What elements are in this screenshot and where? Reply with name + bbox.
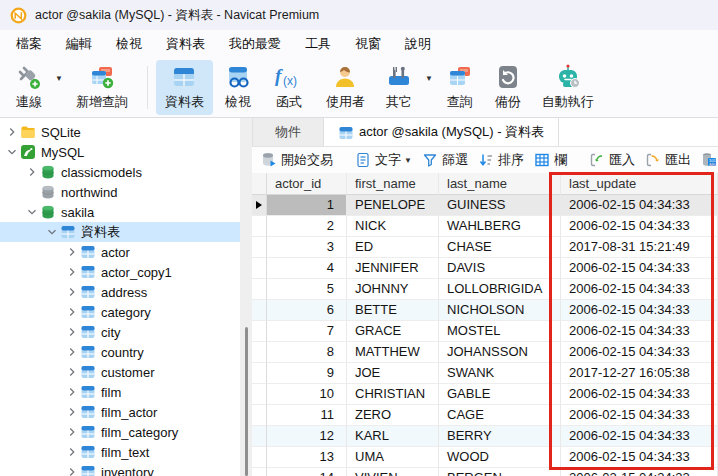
chevron-collapsed-icon[interactable] <box>64 464 80 476</box>
chevron-collapsed-icon[interactable] <box>64 424 80 440</box>
cell-actor_id[interactable]: 10 <box>267 384 347 405</box>
table-row-13[interactable]: 13UMAWOOD2006-02-15 04:34:33 <box>252 447 718 468</box>
toolbar-button-10[interactable]: 自動執行 <box>533 60 603 115</box>
cell-last_name[interactable]: NICHOLSON <box>439 300 561 321</box>
sidebar-item-MySQL[interactable]: MySQL <box>0 142 240 162</box>
table-toolbar-button-2[interactable]: 文字▼ <box>350 149 417 171</box>
chevron-expanded-icon[interactable] <box>44 224 60 240</box>
cell-last_update[interactable]: 2017-12-27 16:05:38 <box>561 363 718 384</box>
chevron-down-icon[interactable]: ▼ <box>425 74 433 83</box>
menu-item-3[interactable]: 檢視 <box>104 31 154 57</box>
cell-last_name[interactable]: CAGE <box>439 405 561 426</box>
sidebar-item-[interactable]: 資料表 <box>0 222 240 242</box>
chevron-down-icon[interactable]: ▼ <box>55 74 63 83</box>
cell-last_update[interactable]: 2006-02-15 04:34:33 <box>561 300 718 321</box>
cell-last_update[interactable]: 2006-02-15 04:34:33 <box>561 321 718 342</box>
sidebar-item-sakila[interactable]: sakila <box>0 202 240 222</box>
chevron-expanded-icon[interactable] <box>4 144 20 160</box>
cell-first_name[interactable]: KARL <box>347 426 439 447</box>
sidebar-item-city[interactable]: city <box>0 322 240 342</box>
cell-last_name[interactable]: LOLLOBRIGIDA <box>439 279 561 300</box>
cell-last_update[interactable]: 2006-02-15 04:34:33 <box>561 468 718 476</box>
cell-first_name[interactable]: GRACE <box>347 321 439 342</box>
cell-last_name[interactable]: GUINESS <box>439 195 561 216</box>
toolbar-button-8[interactable]: 查詢 <box>437 60 483 115</box>
menu-item-6[interactable]: 工具 <box>293 31 343 57</box>
table-row-8[interactable]: 8MATTHEWJOHANSSON2006-02-15 04:34:33 <box>252 342 718 363</box>
cell-first_name[interactable]: ED <box>347 237 439 258</box>
toolbar-button-4[interactable]: 檢視 <box>215 60 261 115</box>
sidebar-item-country[interactable]: country <box>0 342 240 362</box>
row-selector[interactable] <box>252 426 267 447</box>
toolbar-button-1[interactable]: 連線 <box>6 60 52 115</box>
cell-actor_id[interactable]: 5 <box>267 279 347 300</box>
cell-first_name[interactable]: NICK <box>347 216 439 237</box>
cell-first_name[interactable]: MATTHEW <box>347 342 439 363</box>
sidebar-item-film_actor[interactable]: film_actor <box>0 402 240 422</box>
table-toolbar-button-4[interactable]: 排序 <box>473 149 529 171</box>
chevron-collapsed-icon[interactable] <box>64 384 80 400</box>
cell-first_name[interactable]: JENNIFER <box>347 258 439 279</box>
cell-first_name[interactable]: JOE <box>347 363 439 384</box>
tab-objects[interactable]: 物件 <box>252 118 324 146</box>
toolbar-button-7[interactable]: 其它 <box>376 60 422 115</box>
sidebar-item-SQLite[interactable]: SQLite <box>0 122 240 142</box>
cell-actor_id[interactable]: 7 <box>267 321 347 342</box>
column-header-last_name[interactable]: last_name <box>439 173 561 195</box>
column-header-last_update[interactable]: last_update <box>561 173 718 195</box>
row-selector[interactable] <box>252 363 267 384</box>
cell-actor_id[interactable]: 12 <box>267 426 347 447</box>
row-selector[interactable] <box>252 258 267 279</box>
cell-last_name[interactable]: JOHANSSON <box>439 342 561 363</box>
cell-first_name[interactable]: JOHNNY <box>347 279 439 300</box>
cell-actor_id[interactable]: 14 <box>267 468 347 476</box>
cell-last_update[interactable]: 2006-02-15 04:34:33 <box>561 195 718 216</box>
cell-last_update[interactable]: 2006-02-15 04:34:33 <box>561 384 718 405</box>
chevron-collapsed-icon[interactable] <box>64 404 80 420</box>
menu-item-4[interactable]: 資料表 <box>154 31 217 57</box>
sidebar-item-category[interactable]: category <box>0 302 240 322</box>
table-row-6[interactable]: 6BETTENICHOLSON2006-02-15 04:34:33 <box>252 300 718 321</box>
cell-actor_id[interactable]: 11 <box>267 405 347 426</box>
chevron-collapsed-icon[interactable] <box>64 344 80 360</box>
cell-actor_id[interactable]: 1 <box>267 195 347 216</box>
table-row-7[interactable]: 7GRACEMOSTEL2006-02-15 04:34:33 <box>252 321 718 342</box>
sidebar-item-classicmodels[interactable]: classicmodels <box>0 162 240 182</box>
chevron-collapsed-icon[interactable] <box>24 164 40 180</box>
sidebar-scrollbar[interactable] <box>240 118 252 476</box>
menu-item-8[interactable]: 說明 <box>393 31 443 57</box>
cell-last_name[interactable]: BERGEN <box>439 468 561 476</box>
cell-first_name[interactable]: VIVIEN <box>347 468 439 476</box>
table-row-9[interactable]: 9JOESWANK2017-12-27 16:05:38 <box>252 363 718 384</box>
sidebar-item-inventory[interactable]: inventory <box>0 462 240 476</box>
cell-last_name[interactable]: SWANK <box>439 363 561 384</box>
toolbar-button-9[interactable]: 備份 <box>485 60 531 115</box>
cell-last_name[interactable]: GABLE <box>439 384 561 405</box>
table-toolbar-button-3[interactable]: 篩選 <box>417 149 473 171</box>
table-row-12[interactable]: 12KARLBERRY2006-02-15 04:34:33 <box>252 426 718 447</box>
row-selector[interactable] <box>252 216 267 237</box>
cell-last_name[interactable]: WAHLBERG <box>439 216 561 237</box>
cell-last_update[interactable]: 2006-02-15 04:34:33 <box>561 342 718 363</box>
table-toolbar-button-6[interactable]: 匯入 <box>584 149 640 171</box>
cell-last_update[interactable]: 2006-02-15 04:34:33 <box>561 405 718 426</box>
chevron-collapsed-icon[interactable] <box>64 444 80 460</box>
row-selector[interactable] <box>252 321 267 342</box>
row-selector[interactable] <box>252 300 267 321</box>
cell-last_update[interactable]: 2006-02-15 04:34:33 <box>561 426 718 447</box>
table-toolbar-button-7[interactable]: 匯出 <box>640 149 696 171</box>
menu-item-7[interactable]: 視窗 <box>343 31 393 57</box>
table-row-11[interactable]: 11ZEROCAGE2006-02-15 04:34:33 <box>252 405 718 426</box>
row-selector[interactable] <box>252 237 267 258</box>
cell-actor_id[interactable]: 6 <box>267 300 347 321</box>
chevron-expanded-icon[interactable] <box>24 204 40 220</box>
cell-actor_id[interactable]: 9 <box>267 363 347 384</box>
cell-first_name[interactable]: CHRISTIAN <box>347 384 439 405</box>
cell-first_name[interactable]: BETTE <box>347 300 439 321</box>
cell-last_update[interactable]: 2006-02-15 04:34:33 <box>561 258 718 279</box>
toolbar-button-3[interactable]: 資料表 <box>156 60 213 115</box>
row-selector[interactable] <box>252 279 267 300</box>
row-selector[interactable] <box>252 384 267 405</box>
sidebar-item-address[interactable]: address <box>0 282 240 302</box>
cell-first_name[interactable]: PENELOPE <box>347 195 439 216</box>
